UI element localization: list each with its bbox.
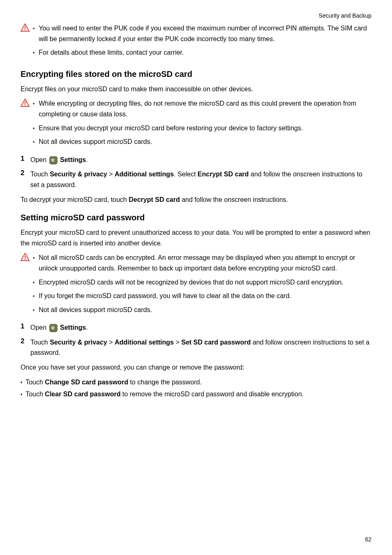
warning-block-sdpass: Not all microSD cards can be encrypted. …: [21, 252, 371, 318]
settings-icon: [49, 324, 58, 332]
list-text: Not all devices support microSD cards.: [39, 136, 152, 147]
warning-list: While encrypting or decrypting files, do…: [33, 98, 371, 150]
warning-icon: [21, 99, 30, 107]
step-item: 2 Touch Security & privacy > Additional …: [21, 169, 371, 190]
heading-encrypting: Encrypting files stored on the microSD c…: [21, 69, 371, 79]
step-item: 1 Open Settings.: [21, 155, 371, 165]
list-text: Touch Change SD card password to change …: [25, 377, 202, 388]
list-item: Ensure that you decrypt your microSD car…: [33, 123, 371, 134]
list-item: If you forget the microSD card password,…: [33, 291, 371, 301]
step-text: Open Settings.: [30, 155, 88, 165]
step-text: Touch Security & privacy > Additional se…: [30, 169, 371, 190]
warning-block-puk: You will need to enter the PUK code if y…: [21, 23, 371, 61]
list-item: Touch Change SD card password to change …: [21, 377, 371, 388]
list-text: You will need to enter the PUK code if y…: [39, 23, 371, 44]
step-number: 2: [21, 337, 25, 345]
list-text: While encrypting or decrypting files, do…: [39, 98, 371, 119]
list-text: Touch Clear SD card password to remove t…: [25, 389, 304, 400]
paragraph: To decrypt your microSD card, touch Decr…: [21, 194, 371, 205]
list-item: Not all devices support microSD cards.: [33, 305, 371, 315]
list-item: Touch Clear SD card password to remove t…: [21, 389, 371, 400]
step-number: 1: [21, 155, 25, 163]
list-text: For details about these limits, contact …: [39, 47, 184, 58]
list-text: Not all devices support microSD cards.: [39, 305, 152, 315]
bullet-list: Touch Change SD card password to change …: [21, 377, 371, 400]
paragraph: Encrypt files on your microSD card to ma…: [21, 84, 371, 95]
step-number: 2: [21, 169, 25, 177]
step-text: Touch Security & privacy > Additional se…: [30, 337, 371, 358]
warning-icon: [21, 23, 30, 32]
list-item: Not all microSD cards can be encrypted. …: [33, 252, 371, 273]
list-item: Not all devices support microSD cards.: [33, 136, 371, 147]
page-number: 62: [365, 536, 371, 543]
list-text: If you forget the microSD card password,…: [39, 291, 291, 301]
list-item: For details about these limits, contact …: [33, 47, 371, 58]
step-item: 1 Open Settings.: [21, 322, 371, 333]
warning-icon: [21, 253, 30, 261]
svg-point-5: [25, 259, 25, 260]
list-item: Encrypted microSD cards will not be reco…: [33, 277, 371, 288]
list-item: You will need to enter the PUK code if y…: [33, 23, 371, 44]
warning-list: You will need to enter the PUK code if y…: [33, 23, 371, 61]
step-item: 2 Touch Security & privacy > Additional …: [21, 337, 371, 358]
list-text: Not all microSD cards can be encrypted. …: [39, 252, 371, 273]
paragraph: Encrypt your microSD card to prevent una…: [21, 227, 371, 248]
numbered-steps: 1 Open Settings. 2 Touch Security & priv…: [21, 155, 371, 190]
list-item: While encrypting or decrypting files, do…: [33, 98, 371, 119]
step-number: 1: [21, 322, 25, 331]
paragraph: Once you have set your password, you can…: [21, 362, 371, 373]
warning-block-encrypt: While encrypting or decrypting files, do…: [21, 98, 371, 150]
numbered-steps: 1 Open Settings. 2 Touch Security & priv…: [21, 322, 371, 358]
svg-point-1: [25, 29, 25, 30]
svg-point-3: [25, 105, 25, 106]
page-header: Security and Backup: [21, 12, 371, 19]
warning-list: Not all microSD cards can be encrypted. …: [33, 252, 371, 318]
step-text: Open Settings.: [30, 322, 88, 333]
settings-icon: [49, 156, 58, 164]
list-text: Ensure that you decrypt your microSD car…: [39, 123, 303, 134]
heading-sdpassword: Setting microSD card password: [21, 213, 371, 222]
list-text: Encrypted microSD cards will not be reco…: [39, 277, 344, 288]
